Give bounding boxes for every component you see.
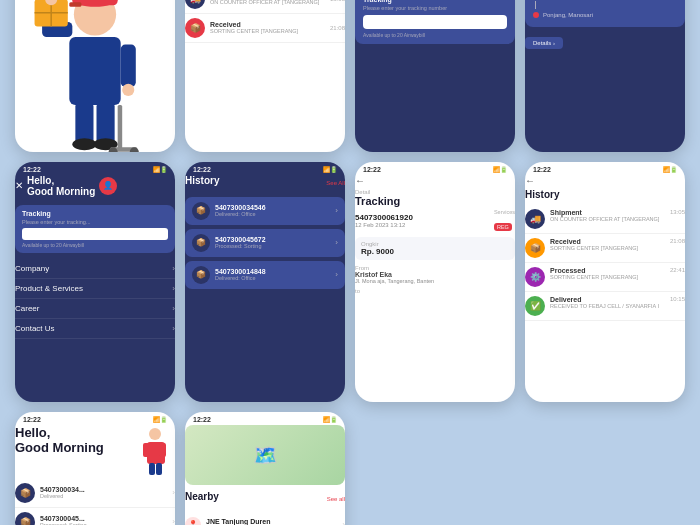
close-icon[interactable]: ✕	[15, 180, 23, 191]
menu-hello: Hello,	[27, 175, 95, 186]
menu-track-input[interactable]	[22, 228, 168, 240]
see-all-link[interactable]: See All	[326, 180, 345, 186]
from-row: From Kristof Eka Jl. Mona aja, Tangerang…	[355, 264, 515, 284]
back-button[interactable]: ←	[355, 175, 515, 186]
status-bar-10: 12:22 📶🔋	[525, 162, 685, 175]
tracking-screen-title: Tracking	[355, 195, 515, 207]
to-dot	[533, 12, 539, 18]
hist-text-7-2: 5407300045... Processed: Sorting	[40, 515, 167, 525]
hist-full-text-3: Processed SORTING CENTER [TANGERANG]	[550, 267, 665, 280]
status-bar-6: 12:22 📶🔋	[355, 162, 515, 175]
tracking-dark-detail-content: ← Tracking 5407300061920 12 Feb 2023 13:…	[525, 0, 685, 49]
hist-full-sub-1: ON COUNTER OFFICER AT [TANGERANG]	[550, 216, 665, 222]
phone-jne-splash: 12:22 📶 🔋 JNE CONNECTING EXPRESS	[15, 0, 175, 152]
time-7: 12:22	[23, 416, 41, 423]
status-bar-5: 12:22 📶🔋	[185, 162, 345, 175]
menu-item-career[interactable]: Career ›	[15, 299, 175, 319]
status-bar-4: 12:22 📶🔋	[15, 162, 175, 175]
history-full-content: ← History 🚚 Shipment ON COUNTER OFFICER …	[525, 175, 685, 321]
hist-arrow-7-1: ›	[172, 488, 175, 497]
back-button-10[interactable]: ←	[525, 175, 685, 186]
hist-dark-item-2[interactable]: 📦 5407300045672 Processed: Sorting ›	[185, 229, 345, 257]
menu-track-title: Tracking	[22, 210, 168, 217]
hist-full-icon-2: 📦	[525, 238, 545, 258]
icons-8: 📶🔋	[323, 416, 337, 423]
details-button-9[interactable]: Details ›	[525, 37, 563, 49]
ongkir-row: Ongkir Rp. 9000	[355, 237, 515, 260]
icons-5: 📶🔋	[323, 166, 337, 173]
sidebar-content: ✕ Hello, Good Morning 👤 Tracking Please …	[15, 175, 175, 339]
hist-dark-sub-3: Delivered: Office	[215, 275, 330, 281]
tracking-card-title: Tracking	[363, 0, 507, 3]
nearby-see-all[interactable]: See all	[327, 496, 345, 502]
hist-dark-arrow-3: ›	[335, 270, 338, 279]
hist-full-title-2: Received	[550, 238, 665, 245]
hist-full-4: ✅ Delivered RECEIVED TO FEBAJ CELL / SYA…	[525, 292, 685, 321]
shipment-sub: ON COUNTER OFFICER AT [TANGERANG]	[210, 0, 325, 5]
hist-dark-arrow-1: ›	[335, 206, 338, 215]
svg-rect-12	[75, 101, 93, 143]
phone-history-dark: 12:22 📶🔋 History See All 📦 5407300034546…	[185, 162, 345, 402]
tracking-date: 12 Feb 2023 13:12	[355, 222, 413, 228]
history-dark-title: History	[185, 175, 219, 186]
menu-header: ✕ Hello, Good Morning 👤	[15, 175, 175, 197]
nearby-arrow-1: ›	[342, 520, 345, 525]
status-bar-7: 12:22 📶🔋	[15, 412, 175, 425]
time-8: 12:22	[193, 416, 211, 423]
mini-man-7	[135, 425, 175, 480]
hello-network-content: Hello, Good Morning 📦	[15, 425, 175, 526]
hist-dark-item-3[interactable]: 📦 5407300014848 Delivered: Office ›	[185, 261, 345, 289]
tracking-available: Available up to 20 Airwaybill	[363, 32, 507, 38]
nearby-header: Nearby See all	[185, 491, 345, 507]
hist-dark-text-1: 5407300034546 Delivered: Office	[215, 204, 330, 217]
hist-full-1: 🚚 Shipment ON COUNTER OFFICER AT [TANGER…	[525, 205, 685, 234]
time-5: 12:22	[193, 166, 211, 173]
svg-rect-31	[159, 443, 166, 457]
hist-7-2: 📦 5407300045... Processed: Sorting ›	[15, 508, 175, 526]
phone-hello-network: 12:22 📶🔋 Hello, Good Morning	[15, 412, 175, 526]
to-row: to	[355, 287, 515, 294]
chevron-products: ›	[172, 284, 175, 293]
tracking-number-input[interactable]	[363, 15, 507, 29]
hist-arrow-7-2: ›	[172, 517, 175, 525]
hist-full-icon-1: 🚚	[525, 209, 545, 229]
menu-contact-label: Contact Us	[15, 324, 55, 333]
hist-full-text-1: Shipment ON COUNTER OFFICER AT [TANGERAN…	[550, 209, 665, 222]
hist-full-2: 📦 Received SORTING CENTER [TANGERANG] 21…	[525, 234, 685, 263]
phone-package: 12:22 📶🔋 Package Item Handphone Weight 1…	[185, 0, 345, 152]
menu-item-products[interactable]: Product & Services ›	[15, 279, 175, 299]
hist-dark-num-3: 5407300014848	[215, 268, 330, 275]
time-4: 12:22	[23, 166, 41, 173]
hist-full-time-4: 10:15	[670, 296, 685, 302]
hist-full-sub-3: SORTING CENTER [TANGERANG]	[550, 274, 665, 280]
hist-dark-item-1[interactable]: 📦 5407300034546 Delivered: Office ›	[185, 197, 345, 225]
to-label: to	[355, 288, 360, 294]
svg-point-28	[149, 428, 161, 440]
hist-num-7-2: 5407300045...	[40, 515, 167, 522]
hist-full-icon-3: ⚙️	[525, 267, 545, 287]
menu-track-sub: Please enter your tracking...	[22, 219, 168, 225]
nearby-item-1[interactable]: 📍 JNE Tanjung Duren Jl. S Parman no... ›	[185, 513, 345, 526]
svg-rect-9	[121, 44, 136, 86]
menu-item-company[interactable]: Company ›	[15, 259, 175, 279]
icons-4: 📶🔋	[153, 166, 167, 173]
hist-dark-text-2: 5407300045672 Processed: Sorting	[215, 236, 330, 249]
hist-full-title-3: Processed	[550, 267, 665, 274]
chevron-career: ›	[172, 304, 175, 313]
history-full-title: History	[525, 189, 685, 200]
to-route: Ponjang, Manosari	[533, 12, 677, 18]
hist-sub-7-1: Delivered	[40, 493, 167, 499]
received-text: Received SORTING CENTER [TANGERANG]	[210, 21, 325, 34]
menu-item-contact[interactable]: Contact Us ›	[15, 319, 175, 339]
hist-dark-arrow-2: ›	[335, 238, 338, 247]
hist-full-text-4: Delivered RECEIVED TO FEBAJ CELL / SYANA…	[550, 296, 665, 309]
chevron-company: ›	[172, 264, 175, 273]
route-card: Tangerang, Banten Ponjang, Manosari	[525, 0, 685, 27]
menu-track-avail: Available up to 20 Airwaybill	[22, 242, 168, 248]
tracking-num-detail: 5407300061920	[355, 213, 413, 222]
shipment-text: Shipment ON COUNTER OFFICER AT [TANGERAN…	[210, 0, 325, 5]
menu-career-label: Career	[15, 304, 39, 313]
icons-6: 📶🔋	[493, 166, 507, 173]
svg-rect-30	[143, 443, 150, 457]
hist-full-time-1: 13:05	[670, 209, 685, 215]
